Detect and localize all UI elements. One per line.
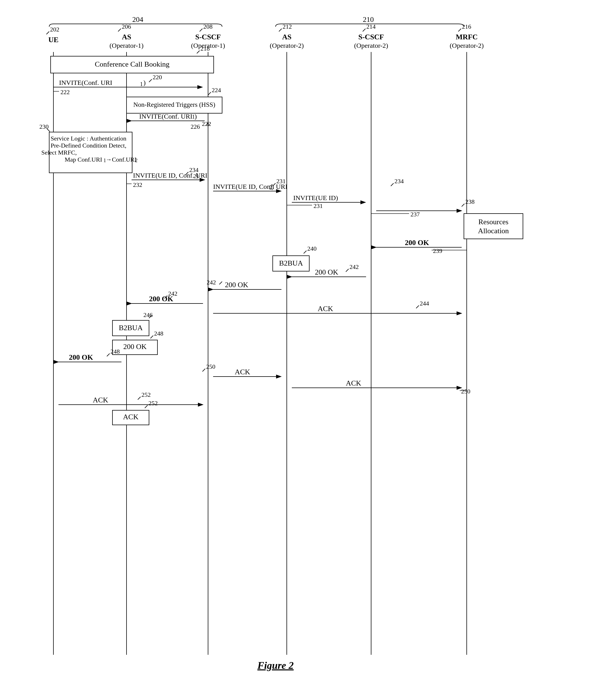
service-logic-sub2: 2	[135, 158, 137, 163]
invite-conf-uri1-b-label: INVITE(Conf. URI	[139, 113, 192, 120]
scscf2-op-label: (Operator-2)	[354, 42, 388, 49]
diagram-container: 204 210 UE 202 AS (Operator-1) 206 S-CSC…	[23, 11, 602, 686]
resources-allocation-line2: Allocation	[478, 227, 509, 235]
invite-ueid-confuri2-b-paren: )	[272, 183, 274, 190]
as1-op-label: (Operator-1)	[110, 42, 144, 49]
ack-as1-label: ACK	[123, 413, 139, 421]
ref-224: 224	[212, 87, 221, 93]
ref-222-b: 222	[202, 120, 211, 127]
ref-208: 208	[203, 23, 212, 30]
ref-231-b: 231	[313, 202, 323, 209]
ref-250-a: 250	[206, 363, 215, 370]
200ok-scscf2-as2-label: 200 OK	[315, 268, 338, 276]
figure-label: Figure 2	[257, 660, 294, 671]
service-logic-arrow-text: →Conf.URI	[106, 156, 136, 163]
ref-248-b: 248	[111, 348, 120, 355]
ref-239: 239	[433, 247, 442, 254]
ref-222-a: 222	[60, 88, 70, 96]
ref-244: 244	[420, 300, 429, 307]
mrfc-op-label: (Operator-2)	[450, 42, 484, 49]
non-reg-triggers-text: Non-Registered Triggers (HSS)	[133, 101, 215, 108]
200ok-mrfc-scscf2-label: 200 OK	[405, 239, 429, 247]
ref-226: 226	[190, 123, 200, 130]
service-logic-line1: Service Logic : Authentication	[51, 135, 126, 142]
ref-232: 232	[133, 181, 142, 188]
ref-202: 202	[50, 26, 59, 33]
ref-242-b: 242	[207, 279, 216, 286]
service-logic-line2: Pre-Defined Condition Detect,	[51, 142, 126, 149]
invite-ueid-label: INVITE(UE ID)	[293, 194, 338, 201]
200ok-as1-box-label: 200 OK	[123, 342, 147, 351]
ref-214: 214	[366, 23, 375, 30]
group-210-label: 210	[363, 15, 374, 24]
invite-conf-uri1-label: INVITE(Conf. URI	[59, 79, 112, 86]
b2bua-as2-label: B2BUA	[279, 259, 303, 267]
conf-call-booking-text: Conference Call Booking	[95, 60, 170, 68]
as1-label: AS	[122, 33, 131, 41]
ref-220: 220	[153, 74, 162, 80]
ref-242-c: 242	[168, 290, 177, 297]
ue-label: UE	[48, 36, 59, 44]
scscf1-label: S-CSCF	[195, 33, 221, 41]
ref-212: 212	[283, 23, 292, 30]
ref-206: 206	[122, 23, 131, 30]
ack-ue-scscf1-label: ACK	[93, 396, 108, 404]
resources-allocation-box	[464, 214, 523, 239]
200ok-as1-ue-label: 200 OK	[69, 353, 93, 361]
ref-252-a: 252	[141, 391, 151, 398]
as2-op-label: (Operator-2)	[270, 42, 304, 49]
b2bua-as1-label: B2BUA	[119, 324, 143, 332]
sequence-diagram-svg: 204 210 UE 202 AS (Operator-1) 206 S-CSC…	[23, 11, 602, 686]
as2-label: AS	[282, 33, 291, 41]
ref-231-a: 231	[276, 178, 286, 185]
invite-conf-uri1-paren: )	[144, 79, 146, 86]
ref-237: 237	[410, 211, 420, 218]
ref-234-b: 234	[394, 178, 404, 185]
scscf2-label: S-CSCF	[358, 33, 384, 41]
ref-230: 230	[39, 123, 49, 130]
resources-allocation-line1: Resources	[479, 218, 509, 226]
service-logic-line4: Map Conf.URI	[65, 156, 102, 163]
ref-234-a: 234	[189, 166, 198, 173]
invite-conf-uri1-b-paren: )	[195, 113, 197, 120]
ref-248-a: 248	[154, 330, 163, 337]
ref-240: 240	[307, 245, 317, 252]
ack-scscf1-mrfc-label: ACK	[318, 304, 333, 313]
group-204-label: 204	[133, 15, 144, 24]
ack-as2-mrfc-label: ACK	[346, 379, 361, 387]
ref-216: 216	[462, 23, 471, 30]
invite-conf-uri1-sub: 1	[140, 81, 143, 87]
ref-252-b: 252	[148, 400, 158, 407]
service-logic-line3: Select MRFC,	[41, 149, 77, 156]
200ok-as2-scscf1-label: 200 OK	[225, 281, 248, 289]
ref-242-a: 242	[349, 263, 359, 270]
ref-218: 218	[200, 45, 210, 52]
ref-246: 246	[144, 311, 153, 318]
ack-scscf1-as2-label: ACK	[235, 368, 250, 376]
mrfc-label: MRFC	[456, 33, 478, 41]
ref-250-b: 250	[461, 388, 470, 395]
ref-238: 238	[465, 198, 475, 205]
invite-ueid-confuri2-a-sub: 2	[194, 173, 196, 179]
